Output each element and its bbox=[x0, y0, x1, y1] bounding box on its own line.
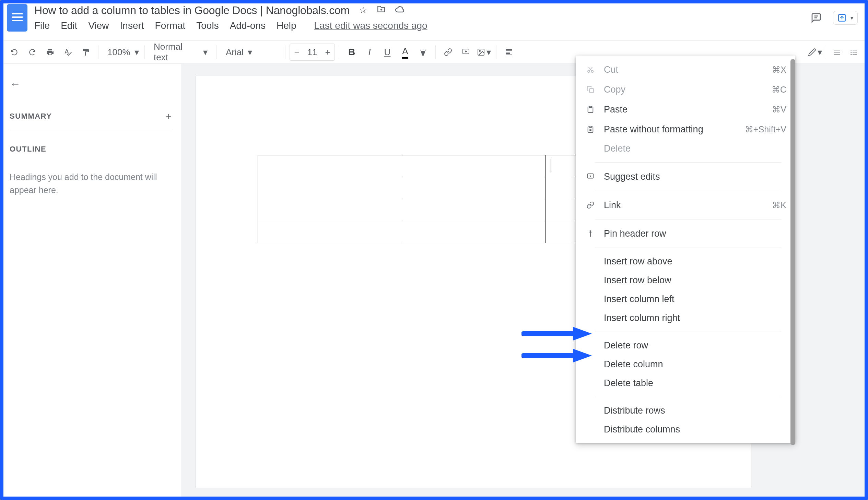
zoom-dropdown[interactable]: 100%▾ bbox=[103, 44, 140, 60]
star-icon[interactable]: ☆ bbox=[359, 5, 367, 16]
text-cursor bbox=[551, 159, 551, 172]
paint-format-icon[interactable] bbox=[78, 44, 94, 60]
print-icon[interactable] bbox=[42, 44, 58, 60]
menu-insert[interactable]: Insert bbox=[120, 20, 144, 31]
menu-edit[interactable]: Edit bbox=[61, 20, 77, 31]
add-comment-icon[interactable] bbox=[458, 44, 474, 60]
suggest-edits-icon bbox=[585, 171, 596, 182]
share-button[interactable]: ▾ bbox=[833, 11, 858, 25]
outline-sidebar: ← SUMMARY + OUTLINE Headings you add to … bbox=[0, 64, 182, 500]
back-arrow-icon[interactable]: ← bbox=[10, 78, 172, 90]
move-icon[interactable] bbox=[377, 5, 386, 16]
menu-insert-col-right[interactable]: Insert column right bbox=[576, 309, 795, 328]
font-size-input[interactable]: 11 bbox=[304, 47, 321, 58]
add-summary-icon[interactable]: + bbox=[166, 111, 172, 122]
menu-delete-row[interactable]: Delete row bbox=[576, 336, 795, 355]
table-cell[interactable] bbox=[402, 155, 546, 177]
menu-delete: Delete bbox=[576, 139, 795, 158]
summary-label: SUMMARY bbox=[10, 112, 52, 121]
menu-file[interactable]: File bbox=[34, 20, 50, 31]
menu-delete-column[interactable]: Delete column bbox=[576, 355, 795, 374]
svg-rect-13 bbox=[589, 106, 591, 108]
menu-insert-col-left[interactable]: Insert column left bbox=[576, 290, 795, 309]
menu-bar: File Edit View Insert Format Tools Add-o… bbox=[34, 20, 810, 31]
menu-insert-row-below[interactable]: Insert row below bbox=[576, 271, 795, 290]
font-size-minus[interactable]: − bbox=[290, 44, 304, 60]
menu-distribute-rows[interactable]: Distribute rows bbox=[576, 401, 795, 420]
highlight-icon[interactable] bbox=[415, 44, 431, 60]
bold-icon[interactable]: B bbox=[343, 44, 360, 60]
outline-placeholder: Headings you add to the document will ap… bbox=[10, 171, 172, 196]
paste-plain-icon bbox=[585, 124, 596, 135]
link-icon bbox=[585, 199, 596, 211]
svg-rect-12 bbox=[589, 89, 594, 93]
link-icon[interactable] bbox=[440, 44, 456, 60]
svg-line-10 bbox=[589, 67, 592, 71]
menu-paste-no-format[interactable]: Paste without formatting ⌘+Shift+V bbox=[576, 120, 795, 139]
underline-icon[interactable]: U bbox=[379, 44, 396, 60]
table-cell[interactable] bbox=[402, 221, 546, 243]
menu-suggest-edits[interactable]: Suggest edits bbox=[576, 167, 795, 186]
menu-pin-header[interactable]: Pin header row bbox=[576, 224, 795, 243]
text-color-icon[interactable]: A bbox=[397, 44, 414, 60]
comments-icon[interactable] bbox=[810, 11, 823, 24]
menu-distribute-columns[interactable]: Distribute columns bbox=[576, 420, 795, 439]
font-dropdown[interactable]: Arial▾ bbox=[221, 44, 281, 60]
menu-copy: Copy ⌘C bbox=[576, 80, 795, 100]
document-title[interactable]: How to add a column to tables in Google … bbox=[34, 4, 350, 17]
context-menu: Cut ⌘X Copy ⌘C Paste ⌘V Paste without fo… bbox=[576, 56, 795, 443]
undo-icon[interactable] bbox=[6, 44, 23, 60]
table-cell[interactable] bbox=[258, 155, 402, 177]
menu-delete-table[interactable]: Delete table bbox=[576, 374, 795, 393]
annotation-arrow-icon bbox=[521, 325, 594, 342]
menu-cut: Cut ⌘X bbox=[576, 60, 795, 80]
annotation-arrow-icon bbox=[521, 347, 594, 364]
copy-icon bbox=[585, 84, 596, 95]
menu-view[interactable]: View bbox=[88, 20, 109, 31]
svg-line-11 bbox=[589, 67, 592, 71]
svg-rect-14 bbox=[589, 126, 591, 127]
svg-marker-19 bbox=[573, 349, 592, 363]
outline-label: OUTLINE bbox=[10, 145, 172, 154]
menu-link[interactable]: Link ⌘K bbox=[576, 195, 795, 215]
cut-icon bbox=[585, 64, 596, 76]
menu-paste[interactable]: Paste ⌘V bbox=[576, 100, 795, 120]
table-cell[interactable] bbox=[402, 177, 546, 199]
editing-mode-icon[interactable]: ▾ bbox=[807, 44, 823, 60]
table-cell[interactable] bbox=[258, 177, 402, 199]
spellcheck-icon[interactable] bbox=[60, 44, 76, 60]
svg-point-7 bbox=[479, 50, 480, 52]
paste-icon bbox=[585, 104, 596, 115]
context-menu-scrollbar[interactable] bbox=[790, 59, 795, 445]
cloud-icon[interactable] bbox=[395, 5, 405, 16]
menu-format[interactable]: Format bbox=[155, 20, 185, 31]
last-edit-link[interactable]: Last edit was seconds ago bbox=[314, 20, 428, 31]
table-cell[interactable] bbox=[258, 199, 402, 221]
expand-icon[interactable] bbox=[845, 44, 862, 60]
font-size-plus[interactable]: + bbox=[321, 44, 335, 60]
paragraph-style-dropdown[interactable]: Normal text▾ bbox=[149, 44, 212, 60]
table-cell[interactable] bbox=[402, 199, 546, 221]
redo-icon[interactable] bbox=[24, 44, 41, 60]
svg-marker-18 bbox=[573, 327, 592, 341]
table-cell[interactable] bbox=[258, 221, 402, 243]
app-header: How to add a column to tables in Google … bbox=[0, 0, 868, 41]
insert-image-icon[interactable]: ▾ bbox=[475, 44, 492, 60]
menu-insert-row-above[interactable]: Insert row above bbox=[576, 252, 795, 271]
italic-icon[interactable]: I bbox=[361, 44, 378, 60]
menu-help[interactable]: Help bbox=[277, 20, 296, 31]
menu-tools[interactable]: Tools bbox=[196, 20, 218, 31]
pin-icon bbox=[585, 228, 596, 239]
menu-addons[interactable]: Add-ons bbox=[230, 20, 266, 31]
docs-logo-icon[interactable] bbox=[7, 4, 27, 32]
hide-menus-icon[interactable] bbox=[829, 44, 845, 60]
align-icon[interactable] bbox=[500, 44, 517, 60]
